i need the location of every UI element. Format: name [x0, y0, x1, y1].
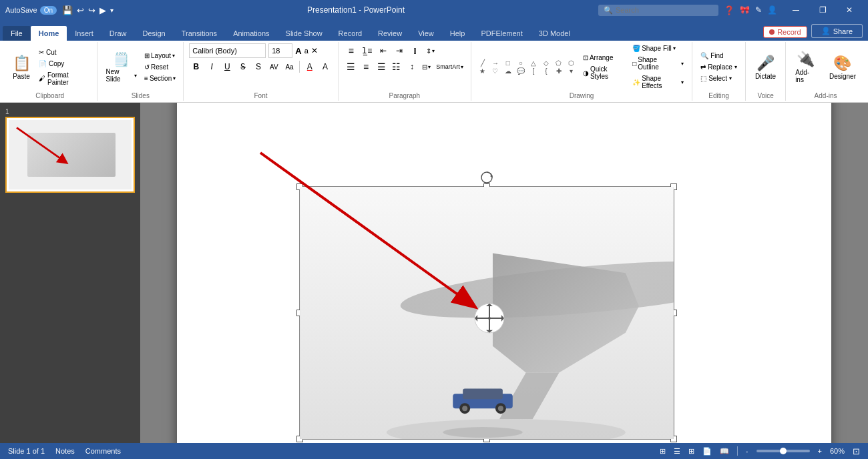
redo-icon[interactable]: ↪ — [88, 5, 95, 15]
tab-help[interactable]: Help — [442, 26, 473, 41]
view-slidesorter-button[interactable]: ⊞ — [688, 447, 694, 456]
search-input[interactable] — [616, 6, 709, 14]
tab-file[interactable]: File — [3, 26, 31, 41]
shape-oval[interactable]: ○ — [515, 59, 527, 67]
text-direction-button[interactable]: ⇕ ▾ — [424, 46, 437, 56]
increase-indent-button[interactable]: ⇥ — [392, 43, 407, 58]
addins-button[interactable]: 🔌 Add-ins — [791, 48, 820, 86]
char-spacing-button[interactable]: AV — [267, 59, 281, 74]
layout-button[interactable]: ⊞ Layout ▾ — [142, 51, 178, 61]
share-button[interactable]: 👤 Share — [811, 24, 863, 38]
find-button[interactable]: 🔍 Find — [698, 51, 740, 61]
zoom-out-button[interactable]: - — [746, 447, 748, 455]
fit-slide-button[interactable]: ⊡ — [853, 446, 860, 456]
shape-tri[interactable]: △ — [527, 59, 539, 67]
shape-brace[interactable]: { — [540, 67, 552, 75]
model-selection-box[interactable] — [299, 186, 674, 440]
dictate-button[interactable]: 🎤 Dictate — [751, 52, 780, 83]
account-icon[interactable]: 👤 — [767, 5, 777, 15]
shape-outline-button[interactable]: □ Shape Outline ▾ — [630, 55, 686, 72]
shape-callout[interactable]: 💬 — [515, 67, 527, 75]
underline-button[interactable]: U — [220, 59, 234, 74]
align-left-button[interactable]: ☰ — [344, 59, 358, 74]
zoom-in-button[interactable]: + — [818, 447, 822, 455]
tab-design[interactable]: Design — [134, 26, 173, 41]
slide-item-1[interactable]: 1 — [5, 108, 135, 193]
tab-insert[interactable]: Insert — [67, 26, 101, 41]
shape-fill-button[interactable]: 🪣 Shape Fill ▾ — [630, 43, 686, 53]
align-center-button[interactable]: ≡ — [359, 59, 373, 74]
shrink-font-button[interactable]: a — [304, 47, 308, 55]
shape-hex[interactable]: ⬡ — [566, 59, 578, 67]
view-reading-button[interactable]: 📖 — [720, 447, 729, 456]
shape-more[interactable]: ▾ — [566, 67, 578, 75]
designer-button[interactable]: 🎨 Designer — [825, 52, 860, 83]
format-painter-button[interactable]: 🖌 Format Painter — [36, 70, 91, 87]
bold-button[interactable]: B — [189, 59, 203, 74]
qa-more-icon[interactable]: ▾ — [110, 7, 114, 14]
shape-effects-button[interactable]: ✨ Shape Effects ▾ — [630, 73, 686, 91]
grow-font-button[interactable]: A — [295, 46, 301, 56]
tab-slideshow[interactable]: Slide Show — [278, 26, 331, 41]
tab-record[interactable]: Record — [331, 26, 370, 41]
tab-3dmodel[interactable]: 3D Model — [531, 26, 578, 41]
comments-button[interactable]: Comments — [85, 447, 121, 455]
cols-button[interactable]: ⫿ — [408, 43, 423, 58]
cut-button[interactable]: ✂ Cut — [36, 47, 91, 57]
arrange-button[interactable]: ⊡ Arrange — [580, 53, 627, 63]
paste-button[interactable]: 📋 Paste — [8, 52, 35, 83]
shape-cross[interactable]: ✚ — [553, 67, 565, 75]
shape-bracket[interactable]: [ — [527, 67, 539, 75]
shape-cloud[interactable]: ☁ — [502, 67, 514, 75]
shape-pent[interactable]: ⬠ — [553, 59, 565, 67]
minimize-button[interactable]: ─ — [783, 0, 809, 20]
line-spacing-button[interactable]: ↕ — [405, 59, 419, 74]
copy-button[interactable]: 📄 Copy — [36, 59, 91, 69]
replace-button[interactable]: ⇄ Replace ▾ — [698, 62, 740, 72]
convert-smartart-button[interactable]: SmartArt ▾ — [434, 62, 465, 71]
undo-icon[interactable]: ↩ — [77, 5, 84, 15]
search-box[interactable]: 🔍 — [598, 5, 718, 16]
reset-button[interactable]: ↺ Reset — [142, 62, 178, 72]
shape-star[interactable]: ★ — [477, 67, 489, 75]
bullets-button[interactable]: ≡ — [344, 43, 359, 58]
shape-arrow[interactable]: → — [489, 59, 501, 67]
shape-heart[interactable]: ♡ — [489, 67, 501, 75]
slide-canvas[interactable] — [177, 103, 831, 443]
strikethrough-button[interactable]: S̶ — [236, 59, 250, 74]
canvas-area[interactable] — [140, 103, 868, 443]
view-outline-button[interactable]: ☰ — [674, 447, 680, 456]
font-color-button[interactable]: A — [302, 59, 316, 74]
quick-styles-button[interactable]: ◑ Quick Styles — [580, 64, 627, 81]
font-size-input[interactable] — [268, 43, 292, 58]
autosave-toggle[interactable]: AutoSave On — [5, 6, 57, 15]
tab-animations[interactable]: Animations — [225, 26, 277, 41]
save-icon[interactable]: 💾 — [62, 5, 73, 15]
section-button[interactable]: ≡ Section ▾ — [142, 73, 178, 83]
slide-thumbnail-1[interactable] — [5, 117, 135, 193]
view-notes-button[interactable]: 📄 — [702, 447, 712, 456]
new-slide-button[interactable]: 🗒️ New Slide ▾ — [103, 49, 140, 85]
help-icon[interactable]: ❓ — [724, 5, 734, 15]
decrease-indent-button[interactable]: ⇤ — [376, 43, 391, 58]
ribbon-icon[interactable]: 🎀 — [740, 5, 750, 15]
font-name-input[interactable] — [189, 43, 266, 58]
text-shadow-button[interactable]: S — [251, 59, 265, 74]
clear-format-button[interactable]: ✕ — [311, 46, 318, 55]
align-right-button[interactable]: ☰ — [375, 59, 389, 74]
tab-draw[interactable]: Draw — [101, 26, 135, 41]
close-button[interactable]: ✕ — [836, 0, 863, 20]
notes-button[interactable]: Notes — [55, 447, 75, 455]
zoom-level[interactable]: 60% — [830, 447, 845, 455]
shape-line[interactable]: ╱ — [477, 59, 489, 67]
pen-icon[interactable]: ✎ — [755, 5, 762, 15]
tab-transitions[interactable]: Transitions — [174, 26, 225, 41]
zoom-slider[interactable] — [756, 450, 810, 452]
restore-button[interactable]: ❐ — [809, 0, 836, 20]
align-text-button[interactable]: ⊟ ▾ — [420, 62, 433, 72]
tab-review[interactable]: Review — [370, 26, 410, 41]
tab-pdfelement[interactable]: PDFElement — [473, 26, 530, 41]
italic-button[interactable]: I — [205, 59, 219, 74]
tab-view[interactable]: View — [410, 26, 442, 41]
numbering-button[interactable]: 1̲≡ — [360, 43, 375, 58]
